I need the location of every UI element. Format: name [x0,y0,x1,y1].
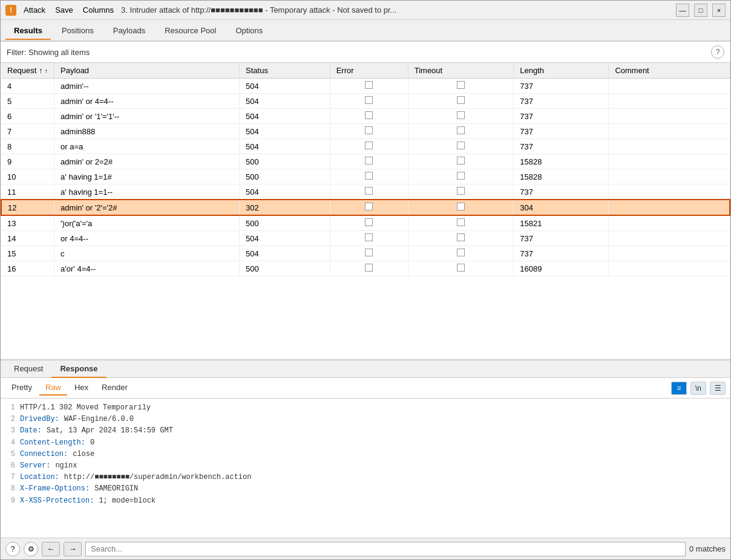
checkbox[interactable] [365,233,373,241]
col-request[interactable]: Request ↑ [1,63,54,79]
checkbox-cell[interactable] [408,231,514,246]
checkbox[interactable] [365,172,373,180]
menu-attack[interactable]: Attack [24,5,45,15]
checkbox[interactable] [365,203,373,210]
sub-tab-render[interactable]: Render [96,380,134,396]
table-row[interactable]: 12admin' or '2'='2#302304 [1,200,730,215]
checkbox[interactable] [365,96,373,104]
checkbox-cell[interactable] [408,139,514,154]
close-button[interactable]: × [712,4,726,17]
checkbox-cell[interactable] [330,231,408,246]
bottom-tab-request[interactable]: Request [5,360,51,378]
table-row[interactable]: 4admin'--504737 [1,79,730,94]
checkbox-cell[interactable] [408,124,514,139]
filter-help-button[interactable]: ? [711,45,724,59]
checkbox-cell[interactable] [330,261,408,276]
table-row[interactable]: 7admin888504737 [1,124,730,139]
checkbox-cell[interactable] [408,94,514,109]
minimize-button[interactable]: — [676,4,689,17]
checkbox-cell[interactable] [330,124,408,139]
table-row[interactable]: 5admin' or 4=4--504737 [1,94,730,109]
col-comment[interactable]: Comment [609,63,730,79]
settings-button[interactable]: ⚙ [24,542,38,556]
checkbox-cell[interactable] [408,79,514,94]
tab-results[interactable]: Results [5,22,51,40]
checkbox-cell[interactable] [408,261,514,276]
forward-button[interactable]: → [64,542,82,556]
checkbox-cell[interactable] [330,246,408,261]
restore-button[interactable]: □ [694,4,707,17]
table-row[interactable]: 14or 4=4--504737 [1,231,730,246]
col-status[interactable]: Status [240,63,330,79]
checkbox[interactable] [457,81,465,89]
checkbox[interactable] [457,157,465,164]
checkbox[interactable] [457,96,465,104]
table-cell [609,124,730,139]
col-error[interactable]: Error [330,63,408,79]
checkbox[interactable] [365,218,373,226]
checkbox-cell[interactable] [408,169,514,184]
checkbox-cell[interactable] [330,169,408,184]
help-button[interactable]: ? [5,542,20,556]
table-row[interactable]: 10a' having 1=1#50015828 [1,169,730,184]
checkbox-cell[interactable] [408,184,514,200]
checkbox[interactable] [365,187,373,195]
checkbox[interactable] [457,172,465,180]
checkbox[interactable] [365,249,373,256]
table-row[interactable]: 9admin' or 2=2#50015828 [1,154,730,169]
sub-tab-pretty[interactable]: Pretty [5,380,38,396]
checkbox-cell[interactable] [330,154,408,169]
checkbox-cell[interactable] [408,154,514,169]
checkbox[interactable] [457,264,465,272]
checkbox-cell[interactable] [408,215,514,231]
checkbox[interactable] [457,203,465,210]
checkbox[interactable] [365,111,373,119]
checkbox-cell[interactable] [330,109,408,124]
checkbox[interactable] [365,142,373,149]
checkbox[interactable] [457,233,465,241]
checkbox-cell[interactable] [330,215,408,231]
bottom-tab-response[interactable]: Response [51,360,106,378]
tab-payloads[interactable]: Payloads [105,22,154,40]
menu-columns[interactable]: Columns [83,5,114,15]
col-timeout[interactable]: Timeout [408,63,514,79]
checkbox-cell[interactable] [330,200,408,215]
checkbox-cell[interactable] [330,79,408,94]
checkbox-cell[interactable] [408,109,514,124]
checkbox-cell[interactable] [330,139,408,154]
checkbox[interactable] [365,264,373,272]
checkbox[interactable] [457,218,465,226]
checkbox[interactable] [365,126,373,134]
checkbox[interactable] [457,142,465,149]
header-key: Location: [20,472,59,483]
copy-icon-button[interactable]: ≡ [671,382,687,395]
col-payload[interactable]: Payload [54,63,240,79]
tab-options[interactable]: Options [227,22,271,40]
checkbox[interactable] [457,249,465,256]
table-row[interactable]: 8or a=a504737 [1,139,730,154]
tab-resource-pool[interactable]: Resource Pool [156,22,225,40]
checkbox[interactable] [457,111,465,119]
sub-tab-raw[interactable]: Raw [39,380,67,396]
menu-save[interactable]: Save [55,5,73,15]
search-input[interactable] [85,542,686,556]
col-length[interactable]: Length [514,63,609,79]
checkbox-cell[interactable] [408,200,514,215]
tab-positions[interactable]: Positions [53,22,102,40]
table-row[interactable]: 16a'or' 4=4--50016089 [1,261,730,276]
checkbox-cell[interactable] [408,246,514,261]
sub-tab-hex[interactable]: Hex [68,380,94,396]
checkbox[interactable] [365,157,373,164]
checkbox[interactable] [365,81,373,89]
menu-icon-button[interactable]: ☰ [710,382,726,395]
back-button[interactable]: ← [42,542,60,556]
table-row[interactable]: 15c504737 [1,246,730,261]
checkbox-cell[interactable] [330,94,408,109]
table-row[interactable]: 11a' having 1=1--504737 [1,184,730,200]
checkbox[interactable] [457,187,465,195]
table-row[interactable]: 6admin' or '1'='1'--504737 [1,109,730,124]
checkbox[interactable] [457,126,465,134]
wrap-icon-button[interactable]: \n [690,382,706,395]
table-row[interactable]: 13')or('a'='a50015821 [1,215,730,231]
checkbox-cell[interactable] [330,184,408,200]
